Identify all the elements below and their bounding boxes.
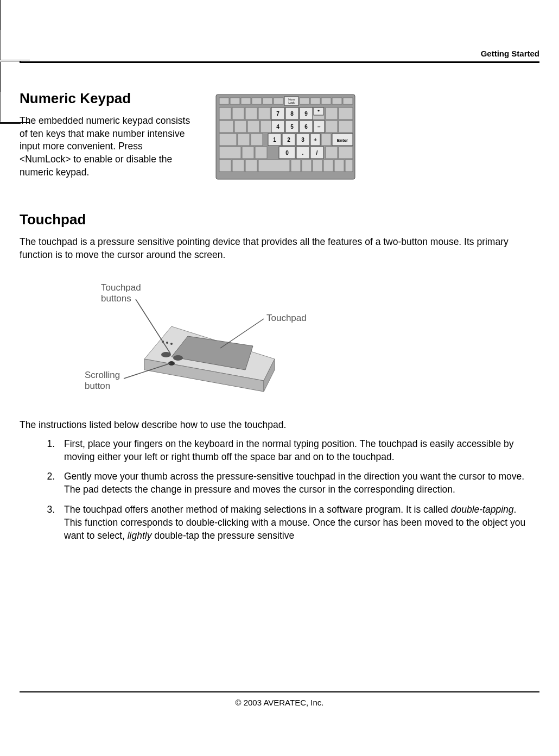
svg-rect-31 bbox=[255, 147, 267, 159]
header-rule bbox=[20, 61, 539, 63]
svg-rect-1 bbox=[219, 98, 229, 104]
svg-text:4: 4 bbox=[276, 124, 280, 130]
touchpad-heading: Touchpad bbox=[20, 211, 539, 228]
touchpad-steps: First, place your fingers on the keyboar… bbox=[58, 437, 534, 542]
svg-rect-36 bbox=[245, 160, 257, 172]
touchpad-step-1: First, place your fingers on the keyboar… bbox=[58, 437, 534, 463]
svg-point-89 bbox=[166, 342, 168, 344]
svg-rect-24 bbox=[339, 121, 353, 133]
touchpad-label: Touchpad bbox=[266, 313, 307, 323]
svg-line-91 bbox=[136, 299, 170, 354]
svg-rect-32 bbox=[326, 147, 338, 159]
svg-rect-5 bbox=[263, 98, 272, 104]
touchpad-instructions-lead: The instructions listed below describe h… bbox=[20, 419, 539, 432]
svg-rect-7 bbox=[300, 98, 309, 104]
svg-rect-17 bbox=[326, 108, 338, 119]
svg-rect-22 bbox=[261, 121, 272, 133]
touchpad-intro: The touchpad is a pressure sensitive poi… bbox=[20, 236, 539, 261]
svg-text:buttons: buttons bbox=[101, 293, 131, 304]
svg-rect-28 bbox=[321, 134, 331, 146]
svg-rect-30 bbox=[242, 147, 254, 159]
touchpad-step-3: The touchpad offers another method of ma… bbox=[58, 503, 534, 542]
numeric-keypad-heading: Numeric Keypad bbox=[20, 90, 193, 107]
header-breadcrumb: Getting Started bbox=[20, 49, 539, 58]
svg-rect-34 bbox=[219, 160, 231, 172]
svg-text:2: 2 bbox=[287, 137, 290, 143]
svg-text:Lock: Lock bbox=[288, 101, 295, 104]
svg-rect-20 bbox=[234, 121, 246, 133]
numeric-keypad-body: The embedded numeric keypad consists of … bbox=[20, 115, 193, 179]
svg-rect-3 bbox=[241, 98, 251, 104]
svg-rect-21 bbox=[247, 121, 259, 133]
footer-rule bbox=[20, 691, 539, 692]
svg-rect-4 bbox=[252, 98, 262, 104]
svg-rect-14 bbox=[245, 108, 257, 119]
svg-rect-38 bbox=[291, 160, 301, 172]
svg-rect-42 bbox=[334, 160, 344, 172]
svg-rect-15 bbox=[258, 108, 270, 119]
svg-rect-9 bbox=[321, 98, 331, 104]
touchpad-figure: Touchpad buttons Touchpad Scrolling butt… bbox=[74, 278, 539, 402]
svg-rect-40 bbox=[313, 160, 322, 172]
svg-rect-12 bbox=[219, 108, 231, 119]
svg-line-92 bbox=[220, 319, 264, 348]
svg-text:6: 6 bbox=[304, 124, 308, 130]
numeric-keypad-figure: Num Lock 789* 456− 123+ 0./ Enter bbox=[215, 93, 356, 184]
svg-point-86 bbox=[173, 355, 183, 361]
svg-text:Enter: Enter bbox=[337, 138, 348, 143]
svg-text:8: 8 bbox=[290, 111, 294, 117]
scrolling-button-label: Scrolling bbox=[85, 370, 120, 380]
svg-rect-41 bbox=[323, 160, 333, 172]
svg-rect-8 bbox=[310, 98, 320, 104]
svg-rect-19 bbox=[219, 121, 233, 133]
svg-text:9: 9 bbox=[304, 111, 308, 117]
svg-text:*: * bbox=[317, 109, 320, 114]
svg-rect-37 bbox=[258, 160, 290, 172]
touchpad-step-2: Gently move your thumb across the pressu… bbox=[58, 470, 534, 496]
svg-rect-27 bbox=[251, 134, 263, 146]
svg-rect-43 bbox=[345, 160, 353, 172]
svg-rect-39 bbox=[302, 160, 312, 172]
svg-rect-6 bbox=[274, 98, 283, 104]
svg-text:.: . bbox=[302, 150, 304, 156]
svg-rect-25 bbox=[219, 134, 237, 146]
svg-text:3: 3 bbox=[301, 137, 304, 143]
svg-point-90 bbox=[170, 343, 173, 345]
svg-rect-13 bbox=[232, 108, 244, 119]
footer-copyright: © 2003 AVERATEC, Inc. bbox=[20, 698, 539, 707]
svg-rect-2 bbox=[230, 98, 240, 104]
svg-text:5: 5 bbox=[290, 124, 294, 130]
svg-rect-11 bbox=[343, 98, 353, 104]
svg-rect-33 bbox=[339, 147, 353, 159]
svg-text:button: button bbox=[85, 381, 110, 391]
svg-text:1: 1 bbox=[273, 137, 276, 143]
svg-rect-18 bbox=[339, 108, 353, 119]
svg-text:+: + bbox=[314, 137, 317, 143]
svg-rect-26 bbox=[238, 134, 250, 146]
svg-rect-10 bbox=[332, 98, 342, 104]
svg-text:−: − bbox=[317, 124, 321, 130]
svg-rect-35 bbox=[232, 160, 244, 172]
svg-rect-29 bbox=[219, 147, 241, 159]
svg-rect-23 bbox=[326, 121, 338, 133]
svg-text:0: 0 bbox=[285, 150, 289, 156]
touchpad-buttons-label: Touchpad bbox=[101, 282, 141, 293]
svg-text:7: 7 bbox=[276, 111, 280, 117]
svg-text:/: / bbox=[316, 150, 318, 156]
